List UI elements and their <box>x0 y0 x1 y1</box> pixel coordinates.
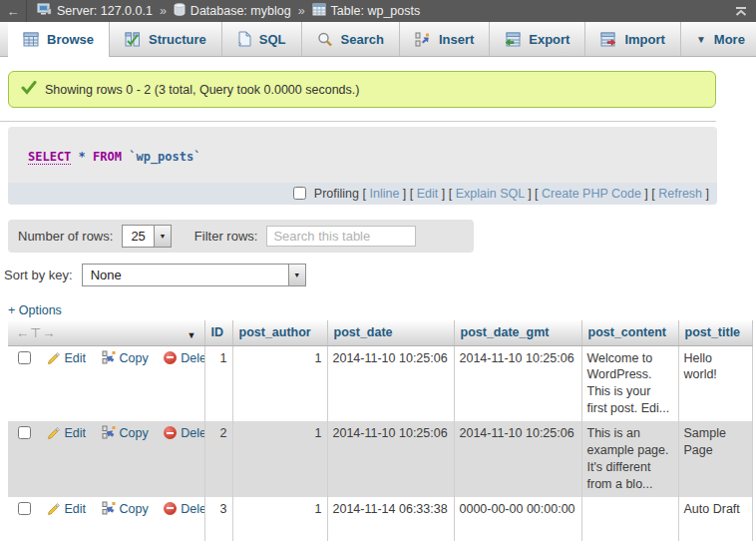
copy-row-link[interactable]: Copy <box>120 502 149 516</box>
cell-post-date-gmt: 2014-11-10 10:25:06 <box>454 345 581 421</box>
bracket: ] [ <box>525 187 542 201</box>
delete-icon <box>164 502 177 515</box>
breadcrumb: Server: 127.0.0.1 » Database: myblog » T… <box>37 3 734 19</box>
export-icon <box>505 32 521 47</box>
browse-icon <box>23 32 39 47</box>
tab-insert[interactable]: Insert <box>400 22 490 56</box>
tab-import[interactable]: Import <box>585 22 680 56</box>
options-toggle-link[interactable]: + Options <box>8 303 62 317</box>
breadcrumb-separator: » <box>298 4 305 18</box>
search-icon <box>317 32 333 47</box>
column-move-arrows-icon[interactable]: ←⊤→ <box>16 325 56 340</box>
pencil-icon <box>46 425 60 444</box>
explain-sql-link[interactable]: Explain SQL <box>456 187 525 201</box>
delete-row-link[interactable]: Delete <box>181 502 204 516</box>
import-icon <box>600 32 616 47</box>
tab-sql[interactable]: SQL <box>222 22 302 56</box>
breadcrumb-server[interactable]: Server: 127.0.0.1 <box>37 3 153 19</box>
row-checkbox[interactable] <box>18 502 31 515</box>
server-icon <box>37 3 52 19</box>
cell-post-title: Auto Draft <box>678 497 752 541</box>
column-header-post-date-gmt[interactable]: post_date_gmt <box>454 320 581 345</box>
inline-link[interactable]: Inline <box>369 187 399 201</box>
bracket: ] <box>702 187 709 201</box>
edit-row-link[interactable]: Edit <box>64 426 86 440</box>
back-button[interactable]: ← <box>0 0 27 22</box>
sql-keyword-select[interactable]: SELECT <box>28 150 71 165</box>
row-actions-cell: Edit Copy Delete <box>8 345 204 421</box>
sql-query-text: SELECT * FROM `wp_posts` <box>8 127 717 183</box>
column-header-post-content[interactable]: post_content <box>581 320 678 345</box>
row-actions-cell: Edit Copy Delete <box>8 497 204 541</box>
tab-export[interactable]: Export <box>490 22 585 56</box>
breadcrumb-server-label: Server: 127.0.0.1 <box>57 4 153 18</box>
results-table: ←⊤→ ▼ ID post_author post_date post_date… <box>8 320 753 541</box>
sql-keyword-from: FROM <box>93 150 122 164</box>
tab-browse-label: Browse <box>47 32 94 47</box>
table-row: Edit Copy Delete 1 1 2014-11-10 10:25:06… <box>8 345 752 421</box>
filter-rows-input[interactable] <box>266 226 416 247</box>
cell-post-content <box>581 497 678 541</box>
tab-search-label: Search <box>341 32 384 47</box>
delete-row-link[interactable]: Delete <box>181 351 204 365</box>
column-header-post-author[interactable]: post_author <box>232 320 327 345</box>
status-message-text: Showing rows 0 - 2 (3 total, Query took … <box>45 83 359 97</box>
table-header-row: ←⊤→ ▼ ID post_author post_date post_date… <box>8 320 752 345</box>
breadcrumb-table-label: Table: wp_posts <box>331 4 421 18</box>
sort-by-key-select[interactable]: None ▼ <box>82 264 306 286</box>
row-checkbox[interactable] <box>18 351 31 364</box>
tab-structure-label: Structure <box>149 32 206 47</box>
cell-post-author: 1 <box>232 497 327 541</box>
profiling-checkbox[interactable] <box>293 187 306 200</box>
breadcrumb-table[interactable]: Table: wp_posts <box>312 3 421 19</box>
edit-query-link[interactable]: Edit <box>417 187 439 201</box>
profiling-label: Profiling <box>314 187 359 201</box>
pencil-icon <box>46 501 60 520</box>
cell-post-date: 2014-11-10 10:25:06 <box>327 345 454 421</box>
chevron-down-icon: ▼ <box>154 226 171 247</box>
delete-row-link[interactable]: Delete <box>181 426 204 440</box>
column-header-post-title[interactable]: post_title <box>678 320 752 345</box>
breadcrumb-database-label: Database: myblog <box>190 4 291 18</box>
chevron-down-icon: ▼ <box>696 34 706 45</box>
delete-icon <box>164 426 177 439</box>
edit-row-link[interactable]: Edit <box>64 502 86 516</box>
cell-post-content: This is an example page. It's different … <box>581 421 678 497</box>
table-row: Edit Copy Delete 3 1 2014-11-14 06:33:38… <box>8 497 752 541</box>
tab-more[interactable]: ▼ More <box>681 22 756 56</box>
number-of-rows-select[interactable]: 25 ▼ <box>122 225 171 248</box>
cell-id: 1 <box>204 345 232 421</box>
tab-browse[interactable]: Browse <box>8 22 110 57</box>
bracket: ] [ <box>641 187 658 201</box>
column-options-toggle-icon[interactable]: ▼ <box>188 330 196 340</box>
success-check-icon <box>21 81 37 98</box>
refresh-link[interactable]: Refresh <box>658 187 702 201</box>
pencil-icon <box>46 350 60 369</box>
create-php-code-link[interactable]: Create PHP Code <box>542 187 641 201</box>
cell-id: 2 <box>204 421 232 497</box>
cell-post-date-gmt: 0000-00-00 00:00:00 <box>454 497 581 541</box>
cell-post-title: Hello world! <box>678 345 752 421</box>
chevron-down-icon: ▼ <box>288 265 305 285</box>
copy-row-link[interactable]: Copy <box>120 426 149 440</box>
row-checkbox[interactable] <box>18 426 31 439</box>
structure-icon <box>125 32 141 47</box>
column-header-post-date[interactable]: post_date <box>327 320 454 345</box>
cell-post-author: 1 <box>232 421 327 497</box>
tab-structure[interactable]: Structure <box>110 22 222 56</box>
number-of-rows-value: 25 <box>123 226 153 247</box>
status-message: Showing rows 0 - 2 (3 total, Query took … <box>8 71 716 108</box>
sql-table-identifier: `wp_posts` <box>129 150 200 164</box>
row-actions-cell: Edit Copy Delete <box>8 421 204 497</box>
edit-row-link[interactable]: Edit <box>64 351 86 365</box>
sql-query-box: SELECT * FROM `wp_posts` Profiling [ Inl… <box>8 127 717 205</box>
copy-row-link[interactable]: Copy <box>120 351 149 365</box>
collapse-console-icon[interactable] <box>734 6 748 17</box>
tab-search[interactable]: Search <box>302 22 400 56</box>
breadcrumb-database[interactable]: Database: myblog <box>174 3 291 19</box>
column-header-id[interactable]: ID <box>204 320 232 345</box>
copy-icon <box>102 501 116 520</box>
tab-sql-label: SQL <box>259 32 286 47</box>
insert-icon <box>415 32 431 47</box>
cell-post-title: Sample Page <box>678 421 752 497</box>
